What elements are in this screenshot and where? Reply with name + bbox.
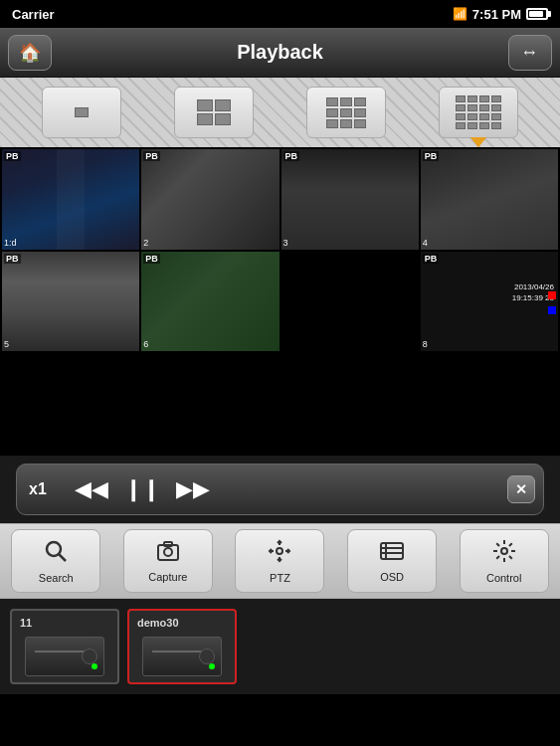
control-button[interactable]: Control xyxy=(460,529,549,593)
camera-cell-3[interactable]: PB 3 xyxy=(281,149,419,250)
ptz-label: PTZ xyxy=(270,572,290,584)
carrier-label: Carrier xyxy=(12,7,55,22)
close-icon: ✕ xyxy=(515,481,527,497)
camera-8-blue-indicator xyxy=(548,306,556,314)
capture-icon xyxy=(156,540,180,568)
capture-button[interactable]: Capture xyxy=(123,529,213,593)
active-indicator xyxy=(470,137,486,147)
camera-5-number: 5 xyxy=(4,339,9,349)
capture-label: Capture xyxy=(148,571,187,583)
dvr-11-power-dot xyxy=(92,663,97,669)
camera-5-label: PB xyxy=(4,254,21,264)
camera-4-number: 4 xyxy=(423,238,428,248)
grid-selector xyxy=(0,78,560,147)
status-bar: Carrier 📶 7:51 PM xyxy=(0,0,560,28)
camera-cell-5[interactable]: PB 5 xyxy=(2,252,139,352)
pause-button[interactable]: ❙❙ xyxy=(124,476,160,502)
camera-1-number: 1:d xyxy=(4,238,17,248)
grid-3x3-icon xyxy=(326,97,366,128)
battery-icon xyxy=(526,8,548,20)
dvr-item-11[interactable]: 11 xyxy=(10,609,119,684)
camera-cell-2[interactable]: PB 2 xyxy=(141,149,279,250)
speed-label: x1 xyxy=(29,480,59,498)
home-icon: 🏠 xyxy=(19,42,41,64)
dvr-demo30-name: demo30 xyxy=(137,617,179,629)
search-icon xyxy=(44,539,68,569)
forward-icon: ▶▶ xyxy=(176,476,210,502)
page-title: Playback xyxy=(237,41,323,64)
camera-4-label: PB xyxy=(423,151,440,161)
dvr-11-name: 11 xyxy=(20,617,32,629)
svg-line-1 xyxy=(59,554,66,561)
camera-8-red-indicator xyxy=(548,291,556,299)
camera-grid: PB 1:d PB 2 PB 3 PB 4 PB 5 PB 6 PB 2013/… xyxy=(0,147,560,456)
expand-button[interactable]: ⤢ xyxy=(508,35,552,71)
control-label: Control xyxy=(486,572,521,584)
svg-point-5 xyxy=(277,548,282,554)
grid-4x4-button[interactable] xyxy=(439,87,518,138)
camera-cell-1[interactable]: PB 1:d xyxy=(2,149,139,250)
camera-3-label: PB xyxy=(283,151,300,161)
playback-bar: x1 ◀◀ ❙❙ ▶▶ ✕ xyxy=(16,464,544,515)
rewind-icon: ◀◀ xyxy=(75,476,108,502)
svg-point-14 xyxy=(501,548,507,554)
search-label: Search xyxy=(39,572,74,584)
camera-cell-11[interactable] xyxy=(281,353,419,454)
camera-cell-8[interactable]: PB 2013/04/2619:15:39 28 8 xyxy=(421,252,558,352)
grid-1x1-icon xyxy=(75,107,89,117)
camera-cell-6[interactable]: PB 6 xyxy=(141,252,279,352)
ptz-icon xyxy=(268,539,291,569)
forward-button[interactable]: ▶▶ xyxy=(176,476,210,502)
pause-icon: ❙❙ xyxy=(124,476,160,502)
camera-cell-7[interactable] xyxy=(281,252,419,352)
search-button[interactable]: Search xyxy=(11,529,100,593)
svg-rect-10 xyxy=(381,543,403,559)
osd-icon xyxy=(380,540,404,568)
dvr-demo30-device-icon xyxy=(142,637,222,676)
camera-cell-10[interactable] xyxy=(141,353,279,454)
camera-8-label: PB xyxy=(423,254,440,264)
grid-1x1-button[interactable] xyxy=(42,87,121,138)
camera-3-number: 3 xyxy=(283,238,288,248)
dvr-list: 11 demo30 xyxy=(0,599,560,694)
camera-2-number: 2 xyxy=(143,238,148,248)
rewind-button[interactable]: ◀◀ xyxy=(75,476,108,502)
osd-button[interactable]: OSD xyxy=(347,529,437,593)
toolbar: Search Capture PTZ xyxy=(0,523,560,599)
camera-2-label: PB xyxy=(143,151,160,161)
grid-2x2-button[interactable] xyxy=(174,87,254,138)
grid-3x3-button[interactable] xyxy=(306,87,386,138)
camera-cell-9[interactable] xyxy=(2,353,139,454)
header: 🏠 Playback ⤢ xyxy=(0,28,560,78)
playback-controls: x1 ◀◀ ❙❙ ▶▶ ✕ xyxy=(0,456,560,523)
close-button[interactable]: ✕ xyxy=(507,475,535,503)
camera-1-label: PB xyxy=(4,151,21,161)
expand-icon: ⤢ xyxy=(520,43,540,63)
dvr-11-device-icon xyxy=(25,637,104,676)
dvr-item-demo30[interactable]: demo30 xyxy=(127,609,237,684)
dvr-demo30-power-dot xyxy=(209,663,215,669)
time-label: 7:51 PM xyxy=(472,7,521,22)
svg-point-0 xyxy=(47,542,61,556)
home-button[interactable]: 🏠 xyxy=(8,35,52,71)
wifi-icon: 📶 xyxy=(453,7,467,21)
grid-4x4-icon xyxy=(456,95,501,129)
camera-cell-4[interactable]: PB 4 xyxy=(421,149,558,250)
svg-point-3 xyxy=(164,548,172,556)
grid-2x2-icon xyxy=(197,99,231,125)
control-icon xyxy=(492,539,516,569)
camera-6-number: 6 xyxy=(143,339,148,349)
osd-label: OSD xyxy=(380,571,404,583)
camera-8-number: 8 xyxy=(423,339,428,349)
camera-6-label: PB xyxy=(143,254,160,264)
ptz-button[interactable]: PTZ xyxy=(235,529,324,593)
camera-cell-12[interactable] xyxy=(421,353,558,454)
